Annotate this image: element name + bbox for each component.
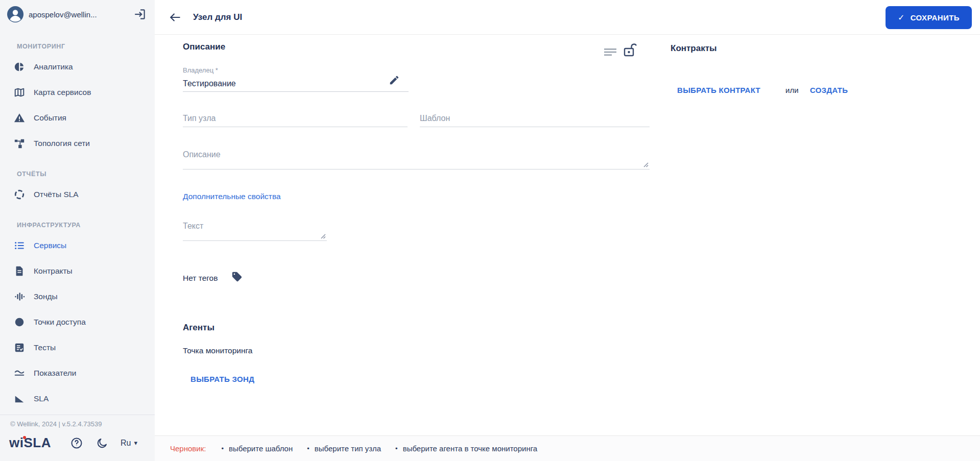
text-lines-toggle[interactable] bbox=[603, 47, 618, 57]
avatar bbox=[7, 6, 24, 23]
sidebar-item-label: Показатели bbox=[34, 369, 76, 378]
metrics-icon bbox=[13, 367, 26, 379]
node-form: Описание Владелец * Дополнительные свойс… bbox=[155, 35, 980, 435]
chevron-down-icon: ▾ bbox=[134, 439, 137, 447]
sidebar-item-label: Зонды bbox=[34, 292, 58, 301]
additional-properties-link[interactable]: Дополнительные свойства bbox=[183, 192, 281, 201]
contracts-section-title: Контракты bbox=[671, 43, 717, 54]
language-label: Ru bbox=[121, 439, 131, 448]
sidebar-item-contracts[interactable]: Контракты bbox=[0, 258, 155, 284]
draft-hint: выберите агента в точке мониторинга bbox=[403, 444, 538, 453]
save-button[interactable]: ✓ СОХРАНИТЬ bbox=[886, 6, 972, 29]
check-icon: ✓ bbox=[898, 13, 905, 22]
owner-input[interactable] bbox=[183, 76, 409, 92]
sidebar-item-label: Отчёты SLA bbox=[34, 190, 79, 199]
help-button[interactable] bbox=[70, 437, 83, 449]
agents-section-title: Агенты bbox=[183, 323, 214, 333]
bullet-icon: • bbox=[395, 445, 398, 452]
bullet-icon: • bbox=[221, 445, 224, 452]
sidebar-item-label: Тесты bbox=[34, 343, 56, 352]
draft-status-label: Черновик: bbox=[170, 444, 206, 453]
sidebar-item-label: Контракты bbox=[34, 266, 73, 276]
services-icon bbox=[13, 239, 26, 252]
text-textarea[interactable] bbox=[183, 220, 327, 241]
logo-dot bbox=[23, 436, 26, 439]
access-points-icon bbox=[13, 316, 26, 328]
sidebar-item-services[interactable]: Сервисы bbox=[0, 233, 155, 258]
edit-pencil-icon[interactable] bbox=[389, 75, 400, 86]
create-contract-button[interactable]: СОЗДАТЬ bbox=[810, 86, 848, 94]
language-selector[interactable]: Ru ▾ bbox=[121, 439, 137, 448]
draft-status-bar: Черновик: • выберите шаблон • выберите т… bbox=[155, 435, 980, 461]
bullet-icon: • bbox=[307, 445, 309, 452]
select-probe-button[interactable]: ВЫБРАТЬ ЗОНД bbox=[190, 375, 254, 383]
sidebar-item-access-points[interactable]: Точки доступа bbox=[0, 309, 155, 335]
topology-icon bbox=[13, 137, 26, 150]
sidebar-item-label: Сервисы bbox=[34, 241, 66, 250]
sla-icon bbox=[13, 393, 26, 405]
save-button-label: СОХРАНИТЬ bbox=[911, 13, 960, 22]
sidebar-item-metrics[interactable]: Показатели bbox=[0, 360, 155, 386]
sidebar-item-label: Карта сервисов bbox=[34, 88, 91, 97]
sidebar-item-events[interactable]: События bbox=[0, 105, 155, 131]
sidebar-item-label: События bbox=[34, 113, 66, 123]
probes-icon bbox=[13, 290, 26, 303]
warning-icon bbox=[13, 112, 26, 124]
sidebar-footer: © Wellink, 2024 | v.5.2.4.73539 wiSLA Ru… bbox=[0, 415, 155, 461]
owner-field-label: Владелец * bbox=[183, 66, 218, 74]
sidebar-item-topology[interactable]: Топология сети bbox=[0, 131, 155, 156]
sidebar-item-sla-reports[interactable]: Отчёты SLA bbox=[0, 182, 155, 207]
dark-mode-toggle[interactable] bbox=[96, 437, 108, 449]
sidebar-item-probes[interactable]: Зонды bbox=[0, 284, 155, 309]
sidebar-nav: МОНИТОРИНГ Аналитика Карта сервисов Собы… bbox=[0, 29, 155, 415]
sidebar-item-label: Аналитика bbox=[34, 62, 73, 71]
description-textarea[interactable] bbox=[183, 148, 650, 169]
copyright-version: © Wellink, 2024 | v.5.2.4.73539 bbox=[7, 420, 148, 428]
no-tags-label: Нет тегов bbox=[183, 274, 218, 283]
sidebar-collapse-button[interactable] bbox=[132, 7, 148, 22]
tests-icon bbox=[13, 342, 26, 354]
sla-reports-icon bbox=[13, 188, 26, 201]
sidebar-item-label: Точки доступа bbox=[34, 318, 86, 327]
unlock-icon[interactable] bbox=[623, 42, 638, 60]
user-menu[interactable]: apospelov@wellin... bbox=[0, 0, 155, 29]
monitoring-point-label: Точка мониторинга bbox=[183, 346, 252, 355]
app: apospelov@wellin... МОНИТОРИНГ Аналитика… bbox=[0, 0, 980, 461]
back-button[interactable] bbox=[169, 11, 182, 24]
sidebar-item-label: Топология сети bbox=[34, 139, 90, 148]
sidebar-item-label: SLA bbox=[34, 394, 49, 403]
draft-hint: выберите шаблон bbox=[229, 444, 293, 453]
sidebar: apospelov@wellin... МОНИТОРИНГ Аналитика… bbox=[0, 0, 155, 461]
main-area: Узел для UI ✓ СОХРАНИТЬ Описание Владеле… bbox=[155, 0, 980, 461]
analytics-icon bbox=[13, 61, 26, 73]
sidebar-item-tests[interactable]: Тесты bbox=[0, 335, 155, 360]
user-email: apospelov@wellin... bbox=[29, 10, 97, 19]
sidebar-item-sla[interactable]: SLA bbox=[0, 386, 155, 411]
nav-section-infrastructure: ИНФРАСТРУКТУРА bbox=[0, 207, 155, 233]
page-title: Узел для UI bbox=[193, 12, 242, 22]
nav-section-reports: ОТЧЁТЫ bbox=[0, 156, 155, 182]
draft-hint: выберите тип узла bbox=[315, 444, 381, 453]
map-icon bbox=[13, 86, 26, 99]
or-label: или bbox=[785, 86, 799, 94]
select-contract-button[interactable]: ВЫБРАТЬ КОНТРАКТ bbox=[677, 86, 760, 94]
sidebar-item-analytics[interactable]: Аналитика bbox=[0, 54, 155, 80]
wisla-logo: wiSLA bbox=[9, 435, 51, 451]
template-input[interactable] bbox=[420, 110, 650, 127]
contracts-icon bbox=[13, 265, 26, 277]
sidebar-item-service-map[interactable]: Карта сервисов bbox=[0, 80, 155, 105]
nav-section-monitoring: МОНИТОРИНГ bbox=[0, 29, 155, 54]
description-section-title: Описание bbox=[183, 42, 225, 52]
page-header: Узел для UI ✓ СОХРАНИТЬ bbox=[155, 0, 980, 35]
tag-icon[interactable] bbox=[231, 271, 243, 282]
node-type-input[interactable] bbox=[183, 110, 408, 127]
